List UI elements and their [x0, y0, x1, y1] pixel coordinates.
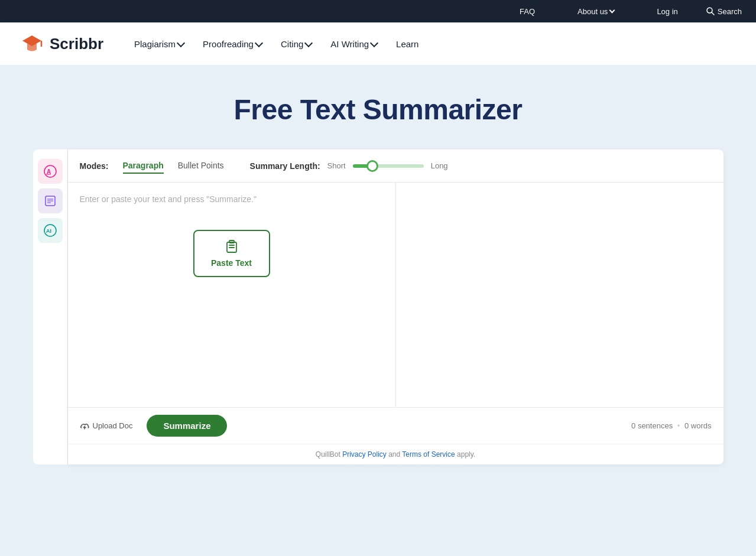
tool-container: A AI: [33, 149, 723, 464]
summary-length-section: Summary Length: Short Long: [250, 161, 448, 171]
navbar: Scribbr Plagiarism Proofreading Citing A…: [0, 22, 756, 65]
summary-length-label: Summary Length:: [250, 161, 320, 171]
tool-wrapper: A AI: [24, 149, 733, 464]
hero-section: Free Text Summarizer: [0, 65, 756, 149]
footer-and: and: [387, 450, 402, 459]
bullet-points-mode-tab[interactable]: Bullet Points: [178, 158, 224, 174]
paragraph-mode-tab[interactable]: Paragraph: [123, 158, 164, 174]
privacy-policy-link[interactable]: Privacy Policy: [342, 450, 387, 459]
summarize-icon-btn[interactable]: [38, 188, 63, 213]
sidebar-icons: A AI: [33, 149, 68, 464]
svg-text:AI: AI: [46, 228, 51, 234]
length-long-label: Long: [431, 161, 448, 170]
about-us-label: About us: [577, 7, 608, 16]
nav-proofreading[interactable]: Proofreading: [196, 34, 269, 54]
output-panel: [396, 183, 723, 407]
grammar-icon: A: [44, 165, 57, 178]
nav-ai-writing[interactable]: AI Writing: [323, 34, 384, 54]
ai-writing-chevron-icon: [370, 38, 378, 47]
login-link[interactable]: Log in: [643, 0, 692, 22]
ai-detect-icon-btn[interactable]: AI: [38, 218, 63, 243]
svg-line-1: [711, 12, 714, 15]
slider-thumb: [366, 160, 378, 172]
nav-plagiarism[interactable]: Plagiarism: [127, 34, 191, 54]
summarize-button[interactable]: Summarize: [147, 415, 227, 437]
input-placeholder: Enter or paste your text and press "Summ…: [80, 194, 257, 204]
words-count: 0 words: [684, 421, 712, 430]
about-us-chevron-icon: [609, 8, 615, 14]
length-short-label: Short: [327, 161, 346, 170]
search-icon: [706, 7, 715, 15]
citing-chevron-icon: [304, 38, 313, 47]
search-button[interactable]: Search: [706, 7, 742, 16]
page-title: Free Text Summarizer: [12, 93, 744, 126]
about-us-link[interactable]: About us: [563, 0, 628, 22]
nav-links: Plagiarism Proofreading Citing AI Writin…: [127, 34, 426, 54]
topbar: FAQ About us Log in Search: [0, 0, 756, 22]
dot-separator: •: [677, 421, 680, 430]
footer-prefix: QuillBot: [316, 450, 342, 459]
upload-doc-button[interactable]: Upload Doc: [80, 421, 133, 431]
nav-learn[interactable]: Learn: [389, 34, 426, 54]
proofreading-chevron-icon: [255, 38, 263, 47]
ai-detect-icon: AI: [44, 224, 57, 237]
plagiarism-chevron-icon: [177, 38, 185, 47]
page-background: [0, 488, 756, 556]
logo-text: Scribbr: [50, 35, 103, 53]
bottom-bar: Upload Doc Summarize 0 sentences • 0 wor…: [68, 407, 723, 444]
modes-label: Modes:: [80, 161, 109, 171]
tool-panel: Modes: Paragraph Bullet Points Summary L…: [68, 149, 723, 464]
input-panel[interactable]: Enter or paste your text and press "Summ…: [68, 183, 396, 407]
scribbr-logo-icon: [19, 31, 45, 57]
sentences-count: 0 sentences: [631, 421, 673, 430]
clipboard-icon: [225, 239, 239, 253]
word-count: 0 sentences • 0 words: [631, 421, 711, 430]
faq-link[interactable]: FAQ: [505, 0, 549, 22]
summarize-icon: [44, 194, 57, 207]
nav-citing[interactable]: Citing: [274, 34, 319, 54]
footer-note: QuillBot Privacy Policy and Terms of Ser…: [68, 444, 723, 464]
terms-of-service-link[interactable]: Terms of Service: [402, 450, 455, 459]
upload-doc-label: Upload Doc: [93, 421, 133, 430]
paste-text-button[interactable]: Paste Text: [193, 230, 270, 277]
text-panels: Enter or paste your text and press "Summ…: [68, 183, 723, 407]
paste-text-label: Paste Text: [211, 258, 252, 268]
modes-bar: Modes: Paragraph Bullet Points Summary L…: [68, 149, 723, 183]
length-slider[interactable]: [353, 164, 424, 168]
svg-text:A: A: [47, 168, 51, 175]
footer-suffix: apply.: [455, 450, 475, 459]
logo-link[interactable]: Scribbr: [19, 31, 103, 57]
upload-icon: [80, 421, 89, 431]
search-label: Search: [718, 7, 742, 16]
grammar-check-icon-btn[interactable]: A: [38, 159, 63, 184]
